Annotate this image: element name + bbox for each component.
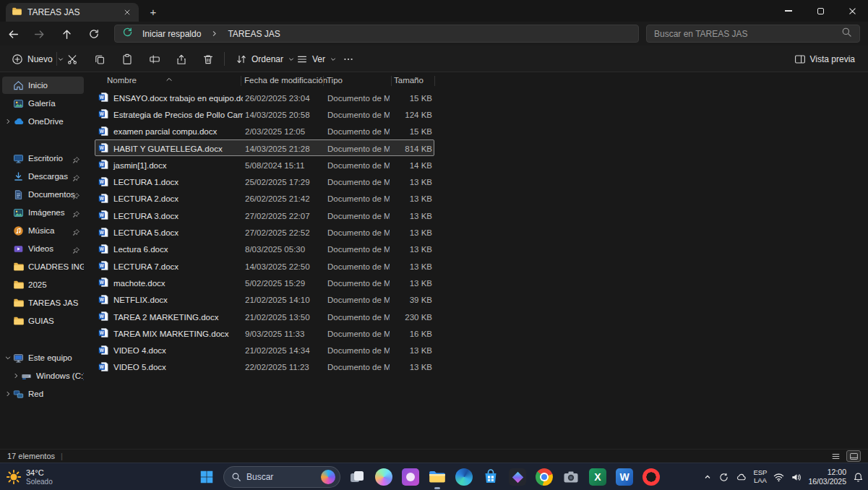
clock[interactable]: 12:00 16/03/2025 <box>808 468 846 486</box>
sidebar-item-2025[interactable]: 2025 <box>2 276 84 293</box>
explorer-tab[interactable]: TAREAS JAS <box>6 3 139 22</box>
sidebar-item-guias[interactable]: GUIAS <box>2 312 84 330</box>
sidebar-item-inicio[interactable]: Inicio <box>2 77 84 94</box>
hidden-icons-button[interactable] <box>703 473 712 481</box>
media-app-taskbar-icon[interactable] <box>507 467 528 487</box>
home-icon <box>12 80 25 91</box>
file-row[interactable]: WLECTURA 7.docx14/03/2025 22:50Documento… <box>95 257 434 274</box>
sync-tray-icon[interactable] <box>718 472 729 483</box>
details-view-toggle[interactable] <box>828 450 843 462</box>
sidebar-item-red[interactable]: Red <box>2 385 84 403</box>
file-row[interactable]: WENSAYO.docx trabajo en equipo.docx26/02… <box>95 89 434 106</box>
file-type: Documento de Mi... <box>327 292 390 309</box>
expander-chevron-icon[interactable] <box>3 118 12 125</box>
rename-button[interactable] <box>143 48 166 70</box>
back-button[interactable] <box>3 24 23 44</box>
paint-taskbar-icon[interactable] <box>400 467 421 487</box>
expander-chevron-icon[interactable] <box>3 390 12 397</box>
forward-button[interactable] <box>29 24 49 44</box>
more-options-button[interactable] <box>337 48 360 70</box>
file-row[interactable]: WLectura 6.docx8/03/2025 05:30Documento … <box>95 241 434 257</box>
notification-bell-icon[interactable] <box>853 472 864 483</box>
more-dots-icon <box>343 53 354 65</box>
file-type: Documento de Mi... <box>327 342 390 358</box>
file-row[interactable]: WLECTURA 1.docx25/02/2025 17:29Documento… <box>95 173 434 189</box>
file-row[interactable]: WVIDEO 4.docx21/02/2025 14:34Documento d… <box>95 341 434 358</box>
volume-icon[interactable] <box>791 472 802 483</box>
sidebar-item-videos[interactable]: Videos <box>2 240 84 257</box>
downloads-icon <box>12 171 25 182</box>
address-bar[interactable]: Iniciar respaldo TAREAS JAS <box>114 25 639 43</box>
column-header-name[interactable]: Nombre <box>107 76 137 85</box>
excel-taskbar-icon[interactable]: X <box>588 467 608 487</box>
file-row[interactable]: WNETFLIX.docx21/02/2025 14:10Documento d… <box>95 291 434 308</box>
up-button[interactable] <box>56 24 77 44</box>
file-row[interactable]: WHABIT Y GUATELLEGA.docx14/03/2025 21:28… <box>95 139 434 156</box>
file-row[interactable]: WLECTURA 3.docx27/02/2025 22:07Documento… <box>95 207 434 223</box>
minimize-button[interactable] <box>773 0 804 22</box>
wifi-icon[interactable] <box>773 472 784 483</box>
close-button[interactable] <box>836 0 868 22</box>
file-type: Documento de Mi... <box>327 207 390 224</box>
column-header-size[interactable]: Tamaño <box>394 76 424 85</box>
large-view-toggle[interactable] <box>846 450 861 462</box>
camera-taskbar-icon[interactable] <box>561 467 581 487</box>
view-button[interactable]: Ver <box>291 48 343 70</box>
sidebar-item-documentos[interactable]: Documentos <box>2 186 84 203</box>
sidebar-item-galer-a[interactable]: Galería <box>2 95 84 112</box>
file-row[interactable]: Wmachote.docx5/02/2025 15:29Documento de… <box>95 274 434 291</box>
expander-chevron-icon[interactable] <box>3 354 12 361</box>
sidebar-item-cuadres-ingreso[interactable]: CUADRES INGRESO <box>2 258 84 275</box>
sidebar-item-descargas[interactable]: Descargas <box>2 168 84 185</box>
file-row[interactable]: WLECTURA 2.docx26/02/2025 21:42Documento… <box>95 190 434 207</box>
language-indicator[interactable]: ESP LAA <box>753 469 767 485</box>
start-button[interactable] <box>197 467 217 487</box>
taskbar-search-box[interactable]: Buscar <box>223 466 340 488</box>
breadcrumb-root[interactable]: Iniciar respaldo <box>139 27 204 40</box>
sidebar-item-windows-c[interactable]: Windows (C:) <box>10 367 84 384</box>
sidebar-item-tareas-jas[interactable]: TAREAS JAS <box>2 294 84 311</box>
onedrive-tray-icon[interactable] <box>736 472 747 483</box>
opera-taskbar-icon[interactable] <box>641 467 661 487</box>
chrome-taskbar-icon[interactable] <box>534 467 554 487</box>
file-row[interactable]: WTAREA MIX MARKETING.docx9/03/2025 11:33… <box>95 324 434 341</box>
share-button[interactable] <box>170 48 193 70</box>
word-doc-icon: W <box>98 277 109 289</box>
paste-button[interactable] <box>116 48 139 70</box>
weather-widget[interactable]: 34°C Soleado <box>6 463 53 490</box>
maximize-button[interactable] <box>804 0 836 22</box>
file-row[interactable]: WTAREA 2 MARKETING.docx21/02/2025 13:50D… <box>95 308 434 324</box>
column-header-type[interactable]: Tipo <box>327 76 343 85</box>
file-row[interactable]: WLECTURA 5.docx27/02/2025 22:52Documento… <box>95 223 434 240</box>
copy-button[interactable] <box>88 48 111 70</box>
tab-close-icon[interactable] <box>121 7 133 18</box>
sidebar-item-m-sica[interactable]: Música <box>2 222 84 239</box>
expander-chevron-icon[interactable] <box>11 372 20 379</box>
file-date: 5/08/2024 15:11 <box>245 157 323 173</box>
refresh-button[interactable] <box>84 24 104 44</box>
search-box[interactable]: Buscar en TAREAS JAS <box>646 25 860 43</box>
sidebar-item-onedrive[interactable]: OneDrive <box>2 113 84 130</box>
task-view-taskbar-icon[interactable] <box>347 467 367 487</box>
file-explorer-taskbar-icon[interactable] <box>427 467 447 487</box>
svg-text:W: W <box>100 145 104 150</box>
breadcrumb-current[interactable]: TAREAS JAS <box>225 27 283 40</box>
file-row[interactable]: Wjasmin[1].docx5/08/2024 15:11Documento … <box>95 156 434 173</box>
file-type: Documento de Mi... <box>327 224 390 241</box>
cut-button[interactable] <box>61 48 84 70</box>
sidebar-item-escritorio[interactable]: Escritorio <box>2 150 84 167</box>
file-row[interactable]: WVIDEO 5.docx22/02/2025 11:23Documento d… <box>95 358 434 375</box>
preview-toggle-button[interactable]: Vista previa <box>788 48 861 70</box>
word-taskbar-icon[interactable]: W <box>614 467 635 487</box>
file-row[interactable]: WEstrategia de Precios de Pollo Campero.… <box>95 106 434 122</box>
new-tab-button[interactable]: + <box>145 3 162 20</box>
file-name: ENSAYO.docx trabajo en equipo.docx <box>113 94 243 103</box>
sidebar-item-este-equipo[interactable]: Este equipo <box>2 349 84 366</box>
delete-button[interactable] <box>197 48 220 70</box>
sidebar-item-im-genes[interactable]: Imágenes <box>2 204 84 221</box>
file-row[interactable]: Wexamen parcial compu.docx2/03/2025 12:0… <box>95 123 434 139</box>
column-header-date[interactable]: Fecha de modificación <box>244 76 327 85</box>
copilot-taskbar-icon[interactable] <box>374 467 394 487</box>
edge-taskbar-icon[interactable] <box>454 467 474 487</box>
store-taskbar-icon[interactable] <box>481 467 501 487</box>
